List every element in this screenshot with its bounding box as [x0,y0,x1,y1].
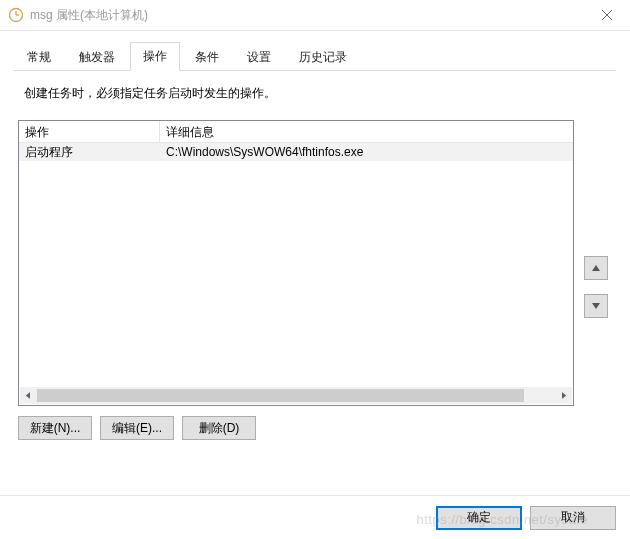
svg-marker-5 [26,392,30,399]
move-down-button[interactable] [584,294,608,318]
list-header: 操作 详细信息 [19,121,573,143]
cell-details: C:\Windows\SysWOW64\fhtinfos.exe [160,143,573,161]
titlebar: msg 属性(本地计算机) [0,0,630,31]
tab-settings[interactable]: 设置 [234,43,284,71]
move-up-button[interactable] [584,256,608,280]
scroll-thumb[interactable] [37,389,524,402]
table-area: 操作 详细信息 启动程序 C:\Windows\SysWOW64\fhtinfo… [14,120,616,406]
tab-triggers[interactable]: 触发器 [66,43,128,71]
window-title: msg 属性(本地计算机) [30,7,584,24]
scroll-track[interactable] [37,387,555,404]
svg-marker-8 [592,303,600,309]
instruction-text: 创建任务时，必须指定任务启动时发生的操作。 [24,85,606,102]
cell-action: 启动程序 [19,143,160,163]
app-icon [8,7,24,23]
edit-button[interactable]: 编辑(E)... [100,416,174,440]
scroll-left-icon[interactable] [20,387,37,404]
tab-content: 创建任务时，必须指定任务启动时发生的操作。 操作 详细信息 启动程序 C:\Wi… [0,85,630,440]
tab-actions[interactable]: 操作 [130,42,180,71]
dialog-footer: 确定 取消 [0,495,630,539]
svg-marker-7 [592,265,600,271]
svg-marker-6 [562,392,566,399]
scroll-right-icon[interactable] [555,387,572,404]
tab-history[interactable]: 历史记录 [286,43,360,71]
cancel-button[interactable]: 取消 [530,506,616,530]
tab-conditions[interactable]: 条件 [182,43,232,71]
close-button[interactable] [584,0,630,31]
list-item[interactable]: 启动程序 C:\Windows\SysWOW64\fhtinfos.exe [19,143,573,161]
tabstrip: 常规 触发器 操作 条件 设置 历史记录 [14,43,616,71]
col-details[interactable]: 详细信息 [160,121,573,142]
reorder-buttons [584,256,616,318]
action-buttons: 新建(N)... 编辑(E)... 删除(D) [18,416,616,440]
ok-button[interactable]: 确定 [436,506,522,530]
horizontal-scrollbar[interactable] [20,387,572,404]
tab-general[interactable]: 常规 [14,43,64,71]
actions-list[interactable]: 操作 详细信息 启动程序 C:\Windows\SysWOW64\fhtinfo… [18,120,574,406]
col-action[interactable]: 操作 [19,121,159,142]
new-button[interactable]: 新建(N)... [18,416,92,440]
delete-button[interactable]: 删除(D) [182,416,256,440]
list-body: 启动程序 C:\Windows\SysWOW64\fhtinfos.exe [19,143,573,388]
